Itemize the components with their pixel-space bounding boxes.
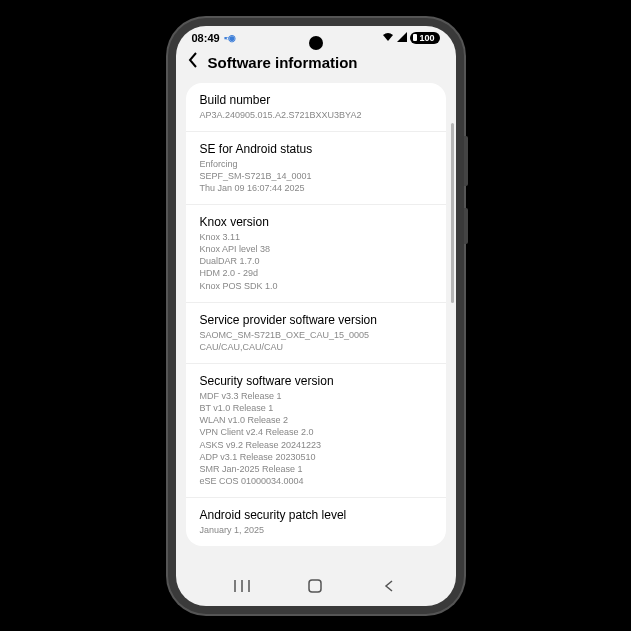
status-left: 08:49 ▪▫◉ — [192, 32, 236, 44]
battery-indicator: 100 — [410, 32, 439, 44]
status-right: 100 — [382, 32, 439, 44]
scrollbar[interactable] — [451, 123, 454, 303]
home-button[interactable] — [295, 578, 335, 594]
phone-frame: 08:49 ▪▫◉ 100 Software information — [168, 18, 464, 614]
section-title: SE for Android status — [200, 142, 432, 156]
section-android-security-patch-level[interactable]: Android security patch level January 1, … — [186, 498, 446, 546]
back-button[interactable] — [188, 52, 198, 73]
section-se-android-status[interactable]: SE for Android status Enforcing SEPF_SM-… — [186, 132, 446, 205]
section-title: Android security patch level — [200, 508, 432, 522]
section-title: Knox version — [200, 215, 432, 229]
section-value: SAOMC_SM-S721B_OXE_CAU_15_0005 CAU/CAU,C… — [200, 329, 432, 353]
section-build-number[interactable]: Build number AP3A.240905.015.A2.S721BXXU… — [186, 83, 446, 132]
section-value: AP3A.240905.015.A2.S721BXXU3BYA2 — [200, 109, 432, 121]
section-value: Enforcing SEPF_SM-S721B_14_0001 Thu Jan … — [200, 158, 432, 194]
section-value: MDF v3.3 Release 1 BT v1.0 Release 1 WLA… — [200, 390, 432, 487]
battery-level: 100 — [419, 33, 434, 43]
section-service-provider-software-version[interactable]: Service provider software version SAOMC_… — [186, 303, 446, 364]
navigation-bar — [176, 568, 456, 606]
recents-button[interactable] — [222, 579, 262, 593]
signal-icon — [397, 32, 407, 44]
settings-card: Build number AP3A.240905.015.A2.S721BXXU… — [186, 83, 446, 547]
wifi-icon — [382, 32, 394, 44]
battery-icon — [413, 34, 417, 41]
section-value: January 1, 2025 — [200, 524, 432, 536]
section-title: Security software version — [200, 374, 432, 388]
content-area[interactable]: Build number AP3A.240905.015.A2.S721BXXU… — [176, 83, 456, 568]
section-title: Build number — [200, 93, 432, 107]
screen: 08:49 ▪▫◉ 100 Software information — [176, 26, 456, 606]
section-security-software-version[interactable]: Security software version MDF v3.3 Relea… — [186, 364, 446, 498]
status-time: 08:49 — [192, 32, 220, 44]
page-title: Software information — [208, 54, 358, 71]
page-header: Software information — [176, 46, 456, 83]
status-notification-icons: ▪▫◉ — [224, 33, 235, 43]
svg-rect-3 — [309, 580, 321, 592]
side-button — [464, 136, 468, 186]
back-nav-button[interactable] — [369, 579, 409, 593]
camera-notch — [309, 36, 323, 50]
section-knox-version[interactable]: Knox version Knox 3.11 Knox API level 38… — [186, 205, 446, 303]
section-title: Service provider software version — [200, 313, 432, 327]
section-value: Knox 3.11 Knox API level 38 DualDAR 1.7.… — [200, 231, 432, 292]
side-button — [464, 208, 468, 244]
